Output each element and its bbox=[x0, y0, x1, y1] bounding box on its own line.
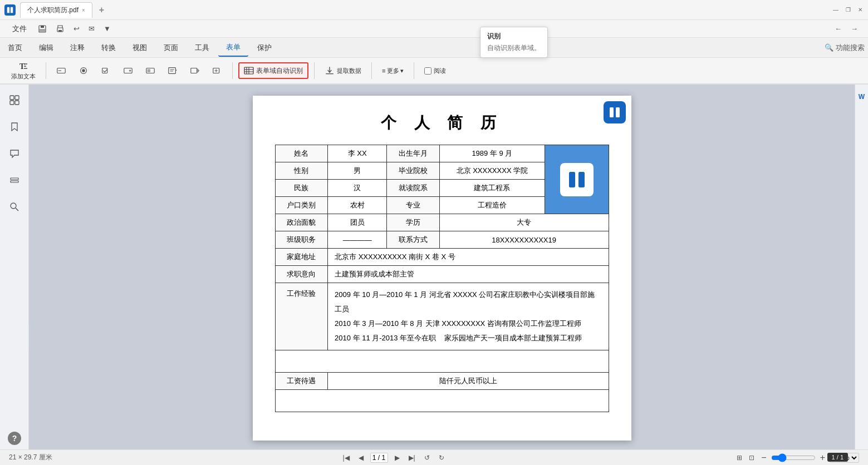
svg-rect-36 bbox=[10, 101, 14, 105]
photo-cell bbox=[545, 145, 609, 214]
svg-rect-44 bbox=[569, 172, 575, 187]
svg-point-40 bbox=[11, 203, 16, 209]
sidebar-icon-search[interactable] bbox=[6, 198, 23, 216]
right-icon-word[interactable]: W bbox=[856, 91, 867, 102]
sidebar-icon-bookmark[interactable] bbox=[6, 118, 23, 136]
form-tool-2[interactable] bbox=[74, 63, 93, 78]
svg-rect-42 bbox=[610, 107, 614, 117]
label-name: 姓名 bbox=[275, 145, 328, 162]
separator-3 bbox=[314, 62, 315, 79]
tab-form[interactable]: 表单 bbox=[218, 39, 248, 57]
file-tab[interactable]: 个人求职简历.pdf × bbox=[20, 2, 92, 18]
auto-recognize-button[interactable]: 表单域自动识别 bbox=[238, 62, 308, 79]
icon-save[interactable] bbox=[35, 22, 50, 36]
bottom-bar: 21 × 29.7 厘米 |◀ ◀ ▶ ▶| ↺ ↻ ⊞ ⊡ − + 100% … bbox=[0, 449, 868, 465]
title-bar-left: 个人求职简历.pdf × + bbox=[4, 2, 832, 18]
nav-back-button[interactable]: ← bbox=[831, 22, 845, 35]
left-sidebar: › bbox=[0, 85, 29, 449]
more-label: ≡ 更多 bbox=[382, 67, 399, 75]
svg-rect-1 bbox=[11, 7, 13, 13]
menu-file[interactable]: 文件 bbox=[7, 22, 32, 36]
help-button[interactable]: ? bbox=[8, 432, 21, 445]
form-tool-5[interactable] bbox=[141, 63, 160, 78]
label-contact: 联系方式 bbox=[387, 231, 440, 249]
restore-button[interactable]: ❐ bbox=[845, 7, 851, 13]
form-tool-4[interactable] bbox=[119, 63, 138, 78]
app-icon bbox=[4, 4, 16, 16]
icon-dropdown[interactable]: ▼ bbox=[100, 22, 114, 35]
read-mode-checkbox[interactable]: 阅读 bbox=[420, 65, 450, 77]
new-tab-button[interactable]: + bbox=[99, 5, 104, 15]
pdf-viewer: 个 人 简 历 姓名 李 XX 出生年月 1989 年 9 月 bbox=[29, 85, 855, 449]
resume-table: 姓名 李 XX 出生年月 1989 年 9 月 性别 男 bbox=[275, 145, 609, 412]
next-page-button[interactable]: ▶ bbox=[393, 453, 402, 463]
tab-convert[interactable]: 转换 bbox=[94, 39, 124, 56]
icon-print[interactable] bbox=[52, 22, 68, 36]
read-checkbox[interactable] bbox=[424, 67, 431, 75]
label-job-intention: 求职意向 bbox=[275, 266, 328, 283]
sidebar-icon-grid[interactable] bbox=[6, 91, 23, 109]
page-number-input[interactable] bbox=[370, 453, 388, 463]
label-major: 专业 bbox=[387, 197, 440, 214]
icon-email[interactable]: ✉ bbox=[85, 22, 98, 35]
zoom-in-button[interactable]: + bbox=[818, 453, 827, 463]
tab-tools[interactable]: 工具 bbox=[187, 39, 217, 56]
view-mode-button[interactable]: ⊞ bbox=[734, 453, 744, 463]
svg-marker-24 bbox=[198, 68, 200, 73]
more-button[interactable]: ≡ 更多 ▾ bbox=[377, 65, 408, 77]
label-education: 学历 bbox=[387, 214, 440, 231]
separator-2 bbox=[232, 62, 233, 79]
svg-rect-37 bbox=[15, 101, 19, 105]
minimize-button[interactable]: — bbox=[832, 7, 839, 13]
value-ethnicity: 汉 bbox=[328, 180, 387, 197]
form-tool-3[interactable] bbox=[96, 63, 115, 78]
add-text-button[interactable]: T 添加文本 bbox=[7, 59, 40, 83]
rotate-left-button[interactable]: ↺ bbox=[422, 453, 432, 463]
extract-data-label: 提取数据 bbox=[337, 67, 361, 75]
label-department: 就读院系 bbox=[387, 180, 440, 197]
close-tab-button[interactable]: × bbox=[82, 7, 85, 13]
zoom-slider[interactable] bbox=[771, 453, 816, 462]
fit-mode-button[interactable]: ⊡ bbox=[747, 453, 757, 463]
nav-forward-button[interactable]: → bbox=[847, 22, 861, 35]
value-birthdate: 1989 年 9 月 bbox=[439, 145, 545, 162]
label-ethnicity: 民族 bbox=[275, 180, 328, 197]
value-address: 北京市 XXXXXXXXXX 南街 X 巷 X 号 bbox=[328, 249, 609, 266]
tab-annotate[interactable]: 注释 bbox=[62, 39, 92, 56]
label-salary: 工资待遇 bbox=[275, 373, 328, 390]
resume-title: 个 人 简 历 bbox=[275, 112, 609, 133]
tab-protect[interactable]: 保护 bbox=[249, 39, 279, 56]
page-size-info: 21 × 29.7 厘米 bbox=[9, 453, 52, 462]
sidebar-icon-layers[interactable] bbox=[6, 171, 23, 189]
separator-5 bbox=[414, 62, 414, 79]
tab-view[interactable]: 视图 bbox=[125, 39, 155, 56]
svg-point-14 bbox=[82, 69, 85, 72]
label-politics: 政治面貌 bbox=[275, 214, 328, 231]
first-page-button[interactable]: |◀ bbox=[340, 453, 351, 463]
icon-undo[interactable]: ↩ bbox=[70, 22, 83, 35]
rotate-right-button[interactable]: ↻ bbox=[437, 453, 447, 463]
svg-rect-39 bbox=[11, 181, 18, 182]
svg-rect-34 bbox=[10, 96, 14, 100]
zoom-out-button[interactable]: − bbox=[759, 453, 768, 463]
feature-search-btn[interactable]: 🔍 功能搜索 bbox=[821, 41, 868, 55]
tab-edit[interactable]: 编辑 bbox=[31, 39, 61, 56]
tooltip-box: 识别 自动识别表单域。 bbox=[480, 27, 548, 58]
label-work-experience: 工作经验 bbox=[275, 283, 328, 350]
svg-rect-45 bbox=[578, 172, 585, 187]
tab-home[interactable]: 首页 bbox=[0, 39, 30, 56]
last-page-button[interactable]: ▶| bbox=[406, 453, 418, 463]
form-tool-7[interactable] bbox=[185, 63, 204, 78]
app-logo-in-photo bbox=[560, 163, 594, 196]
sidebar-icon-comment[interactable] bbox=[6, 145, 23, 162]
extract-data-button[interactable]: 提取数据 bbox=[320, 63, 366, 78]
label-class-position: 班级职务 bbox=[275, 231, 328, 249]
right-sidebar: W bbox=[855, 85, 868, 449]
close-button[interactable]: ✕ bbox=[857, 7, 864, 13]
value-hukou: 农村 bbox=[328, 197, 387, 214]
form-tool-1[interactable] bbox=[52, 63, 71, 78]
tab-page[interactable]: 页面 bbox=[156, 39, 186, 56]
form-tool-6[interactable] bbox=[163, 63, 182, 78]
form-tool-8[interactable] bbox=[208, 63, 227, 78]
prev-page-button[interactable]: ◀ bbox=[356, 453, 366, 463]
